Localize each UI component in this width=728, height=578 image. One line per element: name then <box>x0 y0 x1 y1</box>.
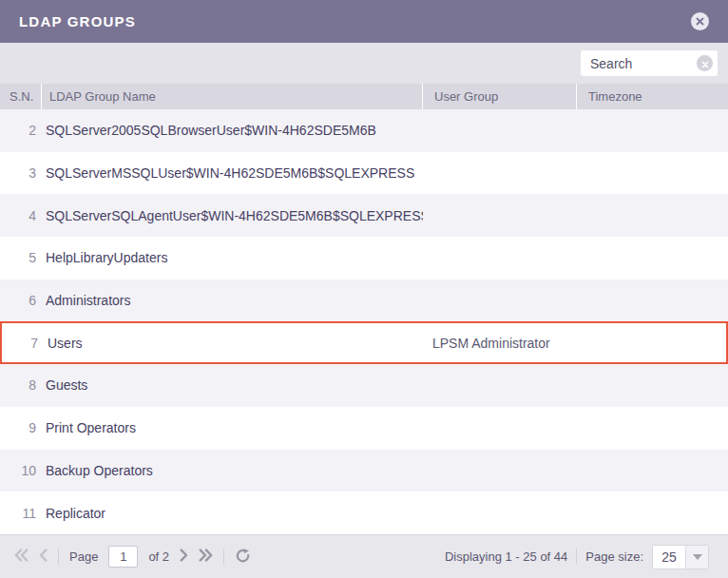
page-label: Page <box>69 549 98 564</box>
table-header: S.N. LDAP Group Name User Group Timezone <box>0 84 728 109</box>
cell-group-name: HelpLibraryUpdaters <box>42 250 423 265</box>
last-page-button[interactable] <box>199 549 213 565</box>
column-header-timezone[interactable]: Timezone <box>577 84 728 109</box>
page-size-value: 25 <box>653 546 685 568</box>
page-size-label: Page size: <box>585 549 643 564</box>
cell-sn: 5 <box>0 250 42 265</box>
page-title: LDAP GROUPS <box>19 13 136 29</box>
close-icon <box>696 17 704 26</box>
toolbar <box>0 43 728 84</box>
next-page-button[interactable] <box>180 549 188 565</box>
cell-group-name: Administrators <box>42 293 423 308</box>
cell-user-group: LPSM Administrator <box>421 336 575 351</box>
pagination-bar: Page of 2 <box>0 534 728 578</box>
cell-sn: 10 <box>0 463 42 478</box>
refresh-button[interactable] <box>235 548 251 567</box>
first-page-button[interactable] <box>14 549 29 565</box>
chevron-right-icon <box>180 549 188 565</box>
cell-sn: 9 <box>0 420 42 435</box>
search-clear-button[interactable] <box>697 55 713 71</box>
cell-group-name: Backup Operators <box>42 463 423 478</box>
divider <box>223 549 224 565</box>
dropdown-arrow-icon <box>685 546 708 568</box>
search-box <box>581 50 718 76</box>
cell-group-name: SQLServer2005SQLBrowserUser$WIN-4H62SDE5… <box>42 123 423 138</box>
double-chevron-right-icon <box>199 549 213 565</box>
cell-group-name: Replicator <box>42 506 423 521</box>
cell-group-name: SQLServerMSSQLUser$WIN-4H62SDE5M6B$SQLEX… <box>42 165 423 181</box>
pagination-controls: Page of 2 <box>14 546 251 568</box>
table-row[interactable]: 8 Guests <box>0 364 728 407</box>
divider <box>58 549 59 565</box>
prev-page-button[interactable] <box>39 549 48 565</box>
column-header-name[interactable]: LDAP Group Name <box>42 84 423 109</box>
table-row[interactable]: 4 SQLServerSQLAgentUser$WIN-4H62SDE5M6B$… <box>0 194 728 237</box>
chevron-left-icon <box>39 549 48 565</box>
cell-sn: 8 <box>0 377 42 393</box>
page-input[interactable] <box>108 546 138 568</box>
divider <box>576 549 577 565</box>
column-header-sn[interactable]: S.N. <box>0 84 42 109</box>
displaying-text: Displaying 1 - 25 of 44 <box>445 549 567 564</box>
cell-sn: 6 <box>0 293 42 308</box>
title-bar: LDAP GROUPS <box>0 0 728 43</box>
table-row[interactable]: 7 Users LPSM Administrator <box>0 321 728 364</box>
pagination-status: Displaying 1 - 25 of 44 Page size: 25 <box>445 545 709 569</box>
cell-sn: 7 <box>2 336 44 351</box>
table-row[interactable]: 6 Administrators <box>0 279 728 322</box>
cell-group-name: SQLServerSQLAgentUser$WIN-4H62SDE5M6B$SQ… <box>42 208 423 223</box>
page-count-label: of 2 <box>148 549 169 564</box>
column-header-user-group[interactable]: User Group <box>423 84 577 109</box>
page-size-select[interactable]: 25 <box>652 545 709 569</box>
table-row[interactable]: 10 Backup Operators <box>0 450 728 492</box>
table-row[interactable]: 2 SQLServer2005SQLBrowserUser$WIN-4H62SD… <box>0 109 728 152</box>
cell-sn: 4 <box>0 208 42 223</box>
close-button[interactable] <box>691 12 709 30</box>
cell-sn: 3 <box>0 165 42 181</box>
cell-group-name: Print Operators <box>42 420 423 435</box>
table-row[interactable]: 9 Print Operators <box>0 407 728 450</box>
table-row[interactable]: 11 Replicator <box>0 491 728 534</box>
ldap-groups-window: LDAP GROUPS S.N. LDAP Group Name <box>0 0 728 578</box>
table-row[interactable]: 3 SQLServerMSSQLUser$WIN-4H62SDE5M6B$SQL… <box>0 152 728 195</box>
cell-sn: 11 <box>0 506 42 521</box>
cell-group-name: Users <box>44 336 421 351</box>
table-row[interactable]: 5 HelpLibraryUpdaters <box>0 237 728 279</box>
cell-sn: 2 <box>0 123 42 138</box>
table-body: 2 SQLServer2005SQLBrowserUser$WIN-4H62SD… <box>0 109 728 534</box>
search-input[interactable] <box>581 56 697 71</box>
refresh-icon <box>235 548 251 567</box>
clear-x-icon <box>701 55 709 72</box>
double-chevron-left-icon <box>14 549 29 565</box>
cell-group-name: Guests <box>42 377 423 393</box>
